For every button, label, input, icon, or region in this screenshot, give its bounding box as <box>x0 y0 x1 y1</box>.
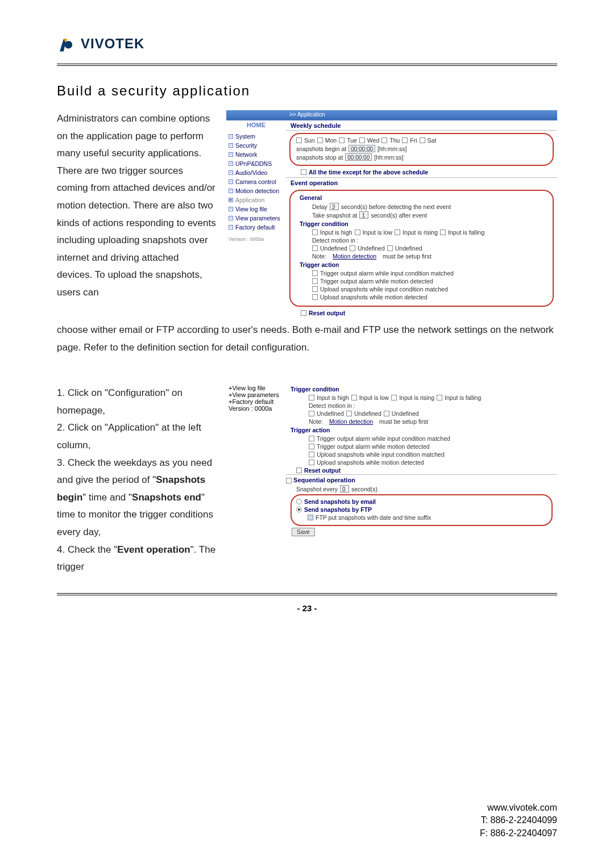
nav-application[interactable]: ■Application <box>229 195 284 205</box>
nav-network[interactable]: +Network <box>229 150 284 159</box>
input-snap-stop[interactable]: 00:00:00 <box>345 153 372 161</box>
checkbox-reset-output[interactable] <box>301 310 306 316</box>
checkbox-tue[interactable] <box>339 137 345 143</box>
highlight-send-snapshots: Send snapshots by email Send snapshots b… <box>291 494 553 526</box>
radio-send-ftp[interactable] <box>296 507 302 512</box>
cb2-undef3[interactable] <box>384 411 389 416</box>
page-number: - 23 - <box>57 603 557 613</box>
checkbox-fri[interactable] <box>402 137 408 143</box>
checkbox-thu[interactable] <box>381 137 387 143</box>
screenshot-application-top: HOME +System +Security +Network +UPnP&DD… <box>226 110 557 319</box>
nav-viewparams[interactable]: +View parameters <box>229 214 284 223</box>
checkbox-reset-output-2[interactable] <box>296 468 302 473</box>
version-label: Version : 0000a <box>229 236 284 242</box>
nav-factory[interactable]: +Factory default <box>229 223 284 232</box>
cb2-ta2[interactable] <box>309 444 314 449</box>
sidebar: HOME +System +Security +Network +UPnP&DD… <box>226 110 286 319</box>
cb2-ta4[interactable] <box>309 460 314 465</box>
checkbox-alltime[interactable] <box>301 169 306 175</box>
checkbox-sat[interactable] <box>420 137 425 143</box>
radio-send-email[interactable] <box>296 499 302 504</box>
footer-tel: T: 886-2-22404099 <box>480 814 557 827</box>
detect-motion-label: Detect motion in : <box>296 236 547 244</box>
cb-ta2[interactable] <box>312 278 318 284</box>
trigger-condition-header: Trigger condition <box>296 219 547 228</box>
cb-undef3[interactable] <box>387 245 393 251</box>
intro-paragraph-cont: choose wither email or FTP according to … <box>57 322 557 356</box>
vivotek-icon <box>57 34 76 53</box>
cb-ta4[interactable] <box>312 294 318 300</box>
highlight-weekly-schedule: Sun Mon Tue Wed Thu Fri Sat snapshots be… <box>289 133 554 166</box>
cb-in-high[interactable] <box>312 229 318 235</box>
trigger-action-header: Trigger action <box>296 260 547 269</box>
event-operation-header: Event operation <box>286 177 557 187</box>
checkbox-wed[interactable] <box>359 137 365 143</box>
general-header: General <box>296 193 547 202</box>
nav-motion[interactable]: +Motion detection <box>229 186 284 195</box>
checkbox-seq-op[interactable] <box>286 478 292 483</box>
version-label-2: Version : 0000a <box>229 405 284 412</box>
link-motion-detection-2[interactable]: Motion detection <box>329 418 373 425</box>
checkbox-mon[interactable] <box>317 137 323 143</box>
trigger-condition-header-2: Trigger condition <box>286 385 557 394</box>
checkbox-sun[interactable] <box>296 137 302 143</box>
nav-camera[interactable]: +Camera control <box>229 177 284 186</box>
save-button[interactable]: Save <box>292 528 315 536</box>
brand-logo: VIVOTEK <box>57 34 557 53</box>
cb-in-fall[interactable] <box>440 229 446 235</box>
intro-paragraph-left: Administrators can combine options on th… <box>57 110 216 302</box>
divider-bottom <box>57 593 557 595</box>
cb-ta3[interactable] <box>312 286 318 292</box>
steps-text: 1. Click on "Configuration" on homepage,… <box>57 385 216 576</box>
cb2-in-low[interactable] <box>351 395 357 400</box>
nav-av[interactable]: +Audio/Video <box>229 168 284 177</box>
footer-url: www.vivotek.com <box>480 802 557 814</box>
cb-undef1[interactable] <box>312 245 318 251</box>
cb-in-low[interactable] <box>355 229 360 235</box>
cb2-in-rise[interactable] <box>391 395 397 400</box>
cb-in-rise[interactable] <box>395 229 400 235</box>
nav-system[interactable]: +System <box>229 132 284 141</box>
input-snap-every[interactable]: 0 <box>340 485 349 493</box>
nav-security[interactable]: +Security <box>229 141 284 150</box>
cb-ta1[interactable] <box>312 270 318 276</box>
nav-factory-2[interactable]: +Factory default <box>229 398 284 405</box>
cb2-undef2[interactable] <box>346 411 352 416</box>
nav-viewparams-2[interactable]: +View parameters <box>229 391 284 398</box>
nav-upnp[interactable]: +UPnP&DDNS <box>229 159 284 168</box>
app-header-bar: >> Application <box>286 110 557 120</box>
input-snap-begin[interactable]: 00:00:00 <box>349 145 375 152</box>
cb-undef2[interactable] <box>350 245 355 251</box>
weekly-schedule-header: Weekly schedule <box>286 120 557 131</box>
app-main-panel: >> Application Weekly schedule Sun Mon T… <box>286 110 557 319</box>
cb2-ta3[interactable] <box>309 452 314 457</box>
footer-fax: F: 886-2-22404097 <box>480 827 557 840</box>
nav-viewlog[interactable]: +View log file <box>229 205 284 214</box>
nav-home[interactable]: HOME <box>229 120 284 132</box>
link-motion-detection[interactable]: Motion detection <box>333 253 376 260</box>
cb2-in-fall[interactable] <box>437 395 442 400</box>
cb2-ta1[interactable] <box>309 436 314 441</box>
cb2-undef1[interactable] <box>309 411 314 416</box>
page-title: Build a security application <box>57 83 557 99</box>
input-delay[interactable]: 3 <box>330 203 339 210</box>
divider-top <box>57 64 557 66</box>
checkbox-ftp-suffix[interactable] <box>308 515 313 520</box>
brand-name: VIVOTEK <box>81 36 144 52</box>
footer: www.vivotek.com T: 886-2-22404099 F: 886… <box>480 802 557 840</box>
cb2-in-high[interactable] <box>309 395 314 400</box>
trigger-action-header-2: Trigger action <box>286 425 557 435</box>
sidebar-fragment: +View log file +View parameters +Factory… <box>226 385 286 537</box>
detect-motion-label-2: Detect motion in : <box>286 402 557 410</box>
screenshot-application-bottom: +View log file +View parameters +Factory… <box>226 385 557 537</box>
input-takesnap[interactable]: 1 <box>359 211 368 219</box>
nav-viewlog-2[interactable]: +View log file <box>229 385 284 391</box>
highlight-event-operation: General Delay 3 second(s) before detecti… <box>289 190 554 307</box>
